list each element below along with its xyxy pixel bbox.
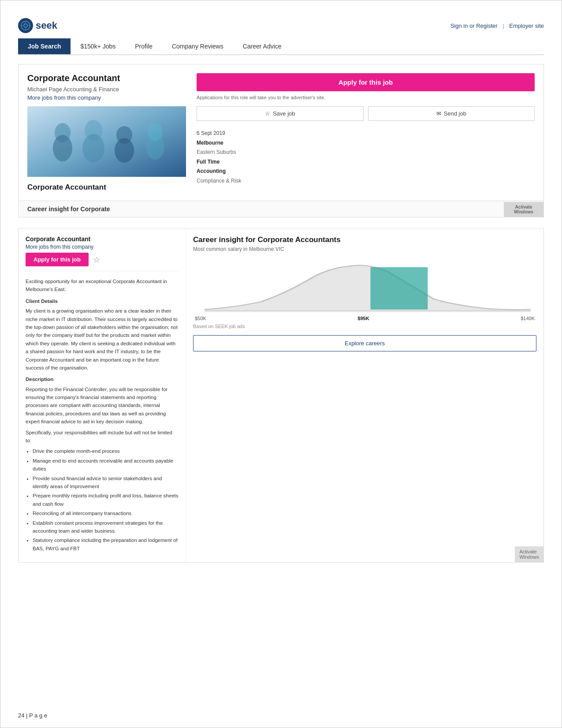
action-buttons: ☆ Save job ✉ Send job (197, 106, 535, 121)
activate-overlay-bottom: ActivateWindows (515, 546, 543, 562)
apply-button-top[interactable]: Apply for this job (197, 73, 535, 91)
header-links: Sign in or Register | Employer site (450, 22, 544, 29)
list-item: Provide sound financial advice to senior… (33, 474, 179, 491)
job-title-sub: Corporate Accountant (27, 183, 186, 192)
svg-rect-15 (370, 267, 428, 310)
left-col: Corporate Accountant Michael Page Accoun… (27, 73, 186, 192)
responsibilities-list: Drive the complete month-end process Man… (26, 447, 179, 553)
employer-site-link[interactable]: Employer site (509, 22, 544, 29)
job-title: Corporate Accountant (27, 73, 186, 83)
bookmark-icon[interactable]: ☆ (93, 255, 100, 265)
description-heading: Description (26, 375, 179, 383)
salary-mid: $95K (357, 316, 369, 321)
nav-job-search[interactable]: Job Search (18, 38, 71, 54)
description-body: Reporting to the Financial Controller, y… (26, 385, 179, 426)
career-insight-subtitle: Most common salary in Melbourne VIC (193, 246, 536, 252)
apply-subtext: Applications for this role will take you… (197, 95, 535, 100)
page-number: 24 | P a g e (18, 712, 47, 719)
send-job-label: Send job (444, 110, 466, 117)
job-category: Accounting (197, 167, 535, 176)
sign-in-link[interactable]: Sign in or Register (450, 22, 498, 29)
list-item: Prepare monthly reports including profit… (33, 492, 179, 508)
job-work-type: Full Time (197, 157, 535, 167)
bottom-job-title: Corporate Accountant (26, 235, 179, 243)
job-intro: Exciting opportunity for an exceptional … (26, 277, 179, 294)
activate-overlay-top: ActivateWindows (504, 202, 543, 217)
bottom-left-col: Corporate Accountant More jobs from this… (19, 228, 186, 562)
svg-point-10 (82, 134, 104, 162)
bottom-right-col: Career insight for Corporate Accountants… (186, 228, 543, 562)
salary-chart (193, 259, 536, 312)
svg-point-8 (53, 135, 72, 161)
responsibilities-intro: Specifically, your responsibilities will… (26, 429, 179, 445)
logo-text: seek (36, 20, 57, 31)
seek-logo-icon (18, 18, 33, 33)
more-jobs-link[interactable]: More jobs from this company (27, 94, 101, 101)
job-location-bold: Melbourne (197, 138, 535, 148)
based-on: Based on SEEK job ads (193, 324, 536, 329)
client-details-heading: Client Details (26, 297, 179, 305)
nav-company-reviews[interactable]: Company Reviews (162, 38, 233, 54)
nav-profile[interactable]: Profile (125, 38, 162, 54)
salary-low: $50K (195, 316, 206, 321)
company-name: Michael Page Accounting & Finance (27, 86, 186, 93)
salary-high: $140K (521, 316, 535, 321)
job-category-sub: Compliance & Risk (197, 176, 535, 186)
send-job-button[interactable]: ✉ Send job (368, 106, 535, 121)
seek-logo: seek (18, 18, 57, 33)
list-item: Statutory compliance including the prepa… (33, 536, 179, 553)
job-meta: 6 Sept 2019 Melbourne Eastern Suburbs Fu… (197, 129, 535, 186)
explore-careers-button[interactable]: Explore careers (193, 335, 536, 351)
save-job-label: Save job (273, 110, 295, 117)
nav-career-advice[interactable]: Career Advice (233, 38, 291, 54)
job-description: Exciting opportunity for an exceptional … (26, 277, 179, 553)
svg-point-14 (146, 134, 164, 160)
page-footer: 24 | P a g e (18, 712, 47, 719)
company-image: Michael Page Accounting & Finance (27, 106, 186, 177)
star-icon: ☆ (265, 110, 270, 117)
career-insight-preview-bar: Career insight for Corporate ActivateWin… (19, 201, 543, 217)
bottom-apply-row: Apply for this job ☆ (26, 253, 179, 271)
list-item: Establish constant process improvement s… (33, 519, 179, 535)
bottom-apply-button[interactable]: Apply for this job (26, 253, 89, 266)
career-insight-title: Career insight for Corporate Accountants (193, 235, 536, 244)
job-date: 6 Sept 2019 (197, 129, 535, 138)
career-insight-preview-text: Career insight for Corporate (27, 205, 110, 213)
nav-bar: Job Search $150k+ Jobs Profile Company R… (18, 38, 544, 55)
job-listing-header: Corporate Accountant More jobs from this… (26, 235, 179, 250)
header-separator: | (502, 22, 504, 29)
top-header: seek Sign in or Register | Employer site (18, 18, 544, 33)
bottom-job-section: Corporate Accountant More jobs from this… (18, 228, 544, 563)
salary-labels: $50K $95K $140K (193, 316, 536, 321)
mail-icon: ✉ (436, 110, 441, 117)
list-item: Reconciling of all intercompany transact… (33, 509, 179, 517)
svg-point-12 (115, 138, 134, 163)
bottom-inner: Corporate Accountant More jobs from this… (19, 228, 543, 562)
list-item: Drive the complete month-end process (33, 447, 179, 455)
nav-150k-jobs[interactable]: $150k+ Jobs (71, 38, 125, 54)
bottom-more-jobs-link[interactable]: More jobs from this company (26, 244, 93, 250)
save-job-button[interactable]: ☆ Save job (197, 106, 364, 121)
right-col: Apply for this job Applications for this… (197, 73, 535, 192)
job-location-sub: Eastern Suburbs (197, 148, 535, 157)
list-item: Manage end to end accounts receivable an… (33, 457, 179, 473)
client-details-body: My client is a growing organisation who … (26, 307, 179, 372)
top-job-section: Corporate Accountant Michael Page Accoun… (18, 64, 544, 217)
